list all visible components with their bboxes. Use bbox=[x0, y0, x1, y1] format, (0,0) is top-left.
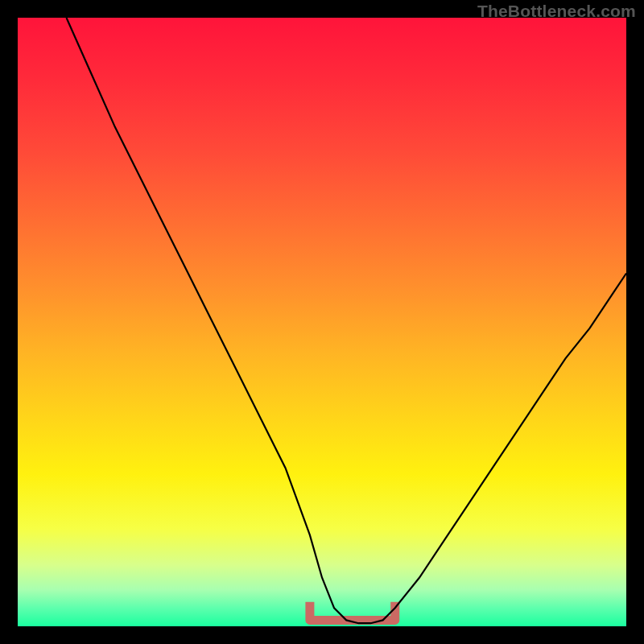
chart-svg bbox=[18, 18, 626, 626]
chart-frame: TheBottleneck.com bbox=[0, 0, 644, 644]
bottleneck-curve bbox=[67, 18, 627, 623]
plot-area bbox=[18, 18, 626, 626]
highlight-bracket bbox=[310, 602, 395, 621]
